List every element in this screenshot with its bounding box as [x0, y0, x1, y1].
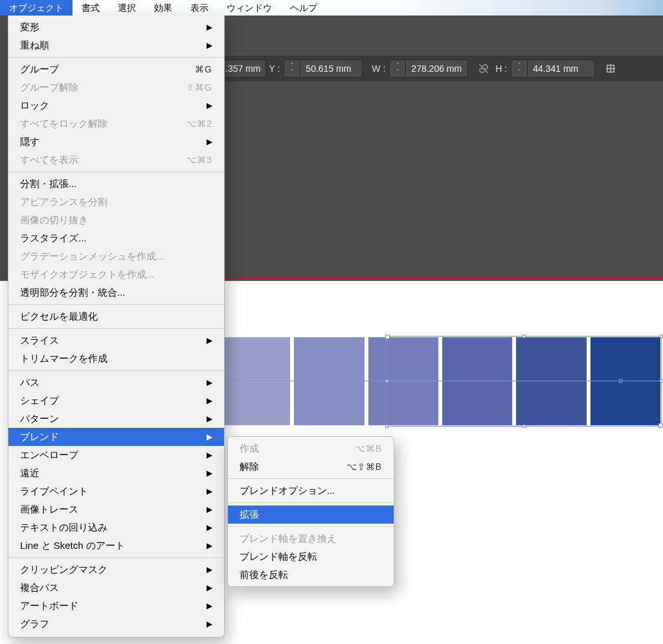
- h-value[interactable]: 44.341 mm: [528, 60, 595, 78]
- menu-item-shortcut: ⌘G: [195, 64, 212, 74]
- menu-item: グループ解除⇧⌘G: [8, 78, 224, 96]
- menu-item[interactable]: 変形▶: [8, 18, 224, 36]
- h-stepper[interactable]: ˄˅: [511, 60, 528, 78]
- menu-window[interactable]: ウィンドウ: [218, 0, 281, 16]
- submenu-arrow-icon: ▶: [207, 541, 212, 550]
- submenu-item-shortcut: ⌥⇧⌘B: [346, 461, 382, 472]
- menu-item-shortcut: ⌥⌘3: [186, 155, 212, 165]
- submenu-arrow-icon: ▶: [207, 41, 212, 50]
- menu-item[interactable]: ロック▶: [8, 96, 224, 115]
- submenu-arrow-icon: ▶: [207, 601, 212, 610]
- menu-item[interactable]: グループ⌘G: [8, 60, 224, 78]
- menu-item-label: 隠す: [20, 136, 201, 148]
- link-wh-icon[interactable]: [475, 60, 493, 78]
- menu-item-label: ラスタライズ...: [20, 232, 212, 245]
- menu-item-label: 透明部分を分割・統合...: [20, 287, 212, 299]
- menu-item[interactable]: テキストの回り込み▶: [8, 518, 224, 537]
- submenu-arrow-icon: ▶: [207, 469, 212, 478]
- options-bar: .357 mm Y : ˄˅ 50.615 mm W : ˄˅ 278.206 …: [220, 56, 663, 82]
- menu-item[interactable]: 透明部分を分割・統合...: [8, 283, 224, 302]
- menu-item[interactable]: グラフ▶: [8, 615, 224, 633]
- submenu-arrow-icon: ▶: [207, 414, 212, 423]
- submenu-item-label: ブレンド軸を反転: [240, 551, 382, 563]
- y-value[interactable]: 50.615 mm: [300, 60, 363, 78]
- submenu-item[interactable]: 前後を反転: [228, 566, 394, 584]
- menu-item-shortcut: ⇧⌘G: [186, 82, 212, 93]
- submenu-arrow-icon: ▶: [207, 432, 212, 441]
- artboard-edge: [220, 278, 663, 280]
- submenu-item[interactable]: 解除⌥⇧⌘B: [228, 458, 394, 476]
- object-menu-dropdown: 変形▶重ね順▶グループ⌘Gグループ解除⇧⌘Gロック▶すべてをロック解除⌥⌘2隠す…: [8, 16, 225, 638]
- menu-item[interactable]: 遠近▶: [8, 464, 224, 482]
- submenu-arrow-icon: ▶: [207, 101, 212, 110]
- menu-item[interactable]: 複合パス▶: [8, 579, 224, 597]
- menu-item-label: グラデーションメッシュを作成...: [20, 250, 212, 263]
- submenu-arrow-icon: ▶: [207, 523, 212, 532]
- menu-item-label: 変形: [20, 21, 201, 34]
- menu-item[interactable]: ライブペイント▶: [8, 482, 224, 500]
- submenu-item-label: ブレンド軸を置き換え: [240, 533, 382, 545]
- submenu-arrow-icon: ▶: [207, 23, 212, 32]
- submenu-item: ブレンド軸を置き換え: [228, 529, 394, 548]
- y-stepper[interactable]: ˄˅: [284, 60, 300, 78]
- swatch-4[interactable]: [442, 337, 512, 425]
- menu-item[interactable]: 重ね順▶: [8, 36, 224, 54]
- submenu-arrow-icon: ▶: [207, 450, 212, 460]
- submenu-item-shortcut: ⌥⌘B: [355, 443, 382, 454]
- submenu-arrow-icon: ▶: [207, 619, 212, 628]
- submenu-item[interactable]: ブレンドオプション...: [228, 482, 394, 500]
- menu-item-label: Line と Sketch のアート: [20, 540, 201, 552]
- w-stepper[interactable]: ˄˅: [389, 60, 406, 78]
- menu-format[interactable]: 書式: [73, 0, 109, 16]
- swatch-2[interactable]: [294, 337, 364, 425]
- menu-item: モザイクオブジェクトを作成...: [8, 265, 224, 283]
- menu-item: 画像の切り抜き: [8, 211, 224, 229]
- swatch-3[interactable]: [368, 337, 438, 425]
- menu-item[interactable]: エンベロープ▶: [8, 446, 224, 464]
- menu-item-label: 重ね順: [20, 39, 201, 52]
- submenu-arrow-icon: ▶: [207, 396, 212, 405]
- menu-item[interactable]: ラスタライズ...: [8, 229, 224, 247]
- menu-item[interactable]: アートボード▶: [8, 597, 224, 615]
- menu-item[interactable]: パターン▶: [8, 410, 224, 428]
- menu-item[interactable]: ピクセルを最適化: [8, 307, 224, 326]
- menu-item[interactable]: シェイプ▶: [8, 392, 224, 410]
- w-label: W :: [372, 63, 385, 74]
- w-value[interactable]: 278.206 mm: [406, 60, 468, 78]
- menu-item[interactable]: 画像トレース▶: [8, 500, 224, 518]
- menu-effect[interactable]: 効果: [145, 0, 181, 16]
- menu-item-label: テキストの回り込み: [20, 522, 201, 534]
- blend-swatches[interactable]: [220, 337, 660, 425]
- menu-item[interactable]: 分割・拡張...: [8, 175, 224, 193]
- menu-item[interactable]: 隠す▶: [8, 133, 224, 151]
- swatch-5[interactable]: [516, 337, 586, 425]
- menu-item[interactable]: パス▶: [8, 373, 224, 392]
- submenu-item[interactable]: ブレンド軸を反転: [228, 548, 394, 566]
- menu-item[interactable]: スライス▶: [8, 331, 224, 350]
- submenu-arrow-icon: ▶: [207, 336, 212, 345]
- menu-item[interactable]: ブレンド▶: [8, 428, 224, 446]
- menu-object[interactable]: オブジェクト: [0, 0, 73, 16]
- h-label: H :: [495, 63, 507, 74]
- submenu-item[interactable]: 拡張: [228, 505, 394, 524]
- swatch-6[interactable]: [590, 337, 660, 425]
- menu-item-label: 複合パス: [20, 582, 201, 594]
- menu-item[interactable]: クリッピングマスク▶: [8, 561, 224, 579]
- menu-item[interactable]: Line と Sketch のアート▶: [8, 537, 224, 555]
- menu-select[interactable]: 選択: [109, 0, 145, 16]
- menu-item-label: モザイクオブジェクトを作成...: [20, 269, 212, 281]
- menu-help[interactable]: ヘルプ: [281, 0, 326, 16]
- menu-item: すべてをロック解除⌥⌘2: [8, 115, 224, 133]
- swatch-1[interactable]: [220, 337, 290, 425]
- reset-bounds-icon[interactable]: [601, 60, 620, 78]
- menu-item[interactable]: トリムマークを作成: [8, 350, 224, 368]
- menu-item-label: ライブペイント: [20, 485, 201, 498]
- menu-item: すべてを表示⌥⌘3: [8, 151, 224, 169]
- menu-item-label: すべてを表示: [20, 154, 186, 166]
- menu-item-label: ロック: [20, 100, 201, 112]
- y-label: Y :: [269, 63, 280, 74]
- x-value[interactable]: .357 mm: [220, 60, 266, 78]
- submenu-arrow-icon: ▶: [207, 583, 212, 592]
- menu-view[interactable]: 表示: [181, 0, 218, 16]
- menu-item-label: グラフ: [20, 618, 201, 630]
